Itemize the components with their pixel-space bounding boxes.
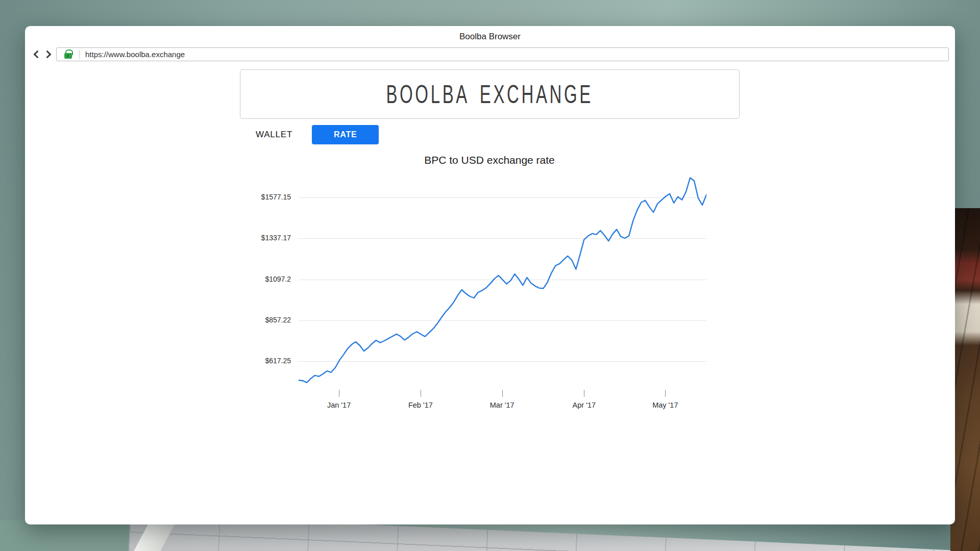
- site-title: BOOLBA EXCHANGE: [386, 80, 593, 109]
- tab-bar: WALLET RATE: [256, 125, 379, 144]
- address-bar[interactable]: [56, 47, 949, 61]
- forward-button[interactable]: [42, 47, 55, 61]
- exchange-rate-line-chart: [299, 173, 706, 413]
- browser-window: Boolba Browser BOOLBA EXCHANGE WALLET RA…: [25, 26, 955, 524]
- rate-line-series: [299, 178, 706, 383]
- chevron-left-icon: [33, 50, 41, 58]
- y-axis-label: $617.25: [237, 357, 291, 365]
- site-header-box: BOOLBA EXCHANGE: [240, 69, 740, 119]
- url-input[interactable]: [80, 48, 948, 60]
- chevron-right-icon: [43, 50, 51, 58]
- lock-icon: [64, 53, 72, 59]
- y-axis-label: $857.22: [237, 316, 291, 324]
- y-axis-label: $1337.17: [237, 234, 291, 242]
- tab-rate[interactable]: RATE: [312, 125, 379, 144]
- y-axis-label: $1577.15: [237, 193, 291, 201]
- browser-toolbar: [25, 47, 955, 62]
- ssl-lock-button[interactable]: [57, 50, 79, 59]
- chart-title: BPC to USD exchange rate: [250, 154, 729, 168]
- y-axis-label: $1097.2: [237, 275, 291, 283]
- window-titlebar[interactable]: Boolba Browser: [25, 26, 955, 45]
- chart-plot: $1577.15$1337.17$1097.2$857.22$617.25Jan…: [299, 173, 706, 413]
- back-button[interactable]: [29, 47, 42, 61]
- window-title: Boolba Browser: [25, 26, 955, 45]
- desktop-background: Boolba Browser BOOLBA EXCHANGE WALLET RA…: [0, 0, 980, 551]
- tab-wallet[interactable]: WALLET: [256, 130, 292, 140]
